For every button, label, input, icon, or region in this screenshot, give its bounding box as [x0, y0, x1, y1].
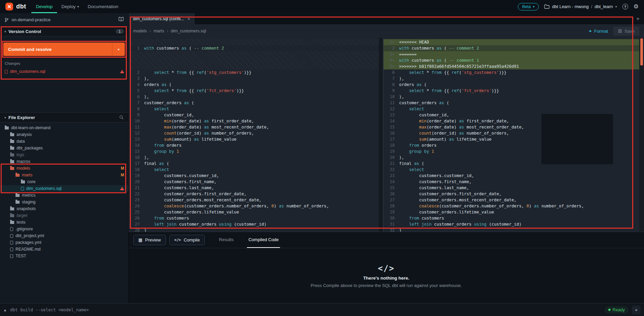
code-line[interactable]: 13 sum(amount) as lifetime_value	[129, 136, 379, 142]
tree-item-dbt-learn-on-demand[interactable]: dbt-learn-on-demand	[0, 124, 128, 131]
book-icon[interactable]	[118, 17, 124, 23]
branch-selector[interactable]: on-demand-practice	[0, 13, 128, 26]
code-line[interactable]: 5 select * from {{ ref('fct_orders')}}	[129, 88, 379, 94]
code-line[interactable]: 31 left join customer_orders using (cust…	[384, 221, 639, 227]
code-line[interactable]: 13 customer_id,	[384, 112, 639, 118]
command-input[interactable]: dbt build --select <model_name>	[10, 307, 89, 312]
code-line[interactable]: 21 customers.last_name,	[129, 185, 379, 191]
tree-item-tests[interactable]: tests	[0, 219, 128, 226]
code-line[interactable]: 32)	[384, 227, 639, 232]
code-line[interactable]: 29 customer_orders.lifetime_value	[384, 209, 639, 215]
save-button[interactable]: Save	[613, 27, 639, 36]
changed-file-row[interactable]: dim_customers.sql	[0, 68, 128, 75]
code-line[interactable]: 2with customers as ( -- comment 2	[384, 45, 639, 51]
compile-button[interactable]: </> Compile	[169, 235, 205, 245]
search-icon[interactable]	[119, 115, 124, 120]
diff-editor[interactable]: 1with customers as ( -- comment 22 selec…	[129, 38, 644, 232]
commit-and-resolve-button[interactable]: Commit and resolve ▾	[3, 42, 125, 56]
breadcrumb-item-marts[interactable]: marts	[153, 29, 164, 33]
history-panel-icon[interactable]: +	[632, 306, 641, 314]
preview-button[interactable]: ▦ Preview	[133, 235, 166, 245]
tree-item-macros[interactable]: macros	[0, 158, 128, 165]
tree-item-gitignore[interactable]: .gitignore	[0, 226, 128, 232]
tree-item-core[interactable]: core	[0, 178, 128, 185]
code-line[interactable]: 28)	[129, 227, 379, 232]
code-line[interactable]: 3),	[129, 76, 379, 82]
breadcrumb-item-dim-customers-sql[interactable]: dim_customers.sql	[171, 29, 206, 33]
code-line[interactable]: 3+=======	[384, 51, 639, 57]
code-line[interactable]: 8 select	[129, 106, 379, 112]
tree-item-readme-md[interactable]: README.md	[0, 246, 128, 253]
nav-item-documentation[interactable]: Documentation	[83, 0, 123, 13]
code-line[interactable]: 21final as (	[384, 161, 639, 167]
code-line[interactable]: 19 customers.customer_id,	[129, 173, 379, 179]
commit-dropdown-button[interactable]: ▾	[112, 42, 125, 56]
close-icon[interactable]: ×	[187, 16, 190, 22]
code-line[interactable]: 5+>>>>>>> b81f802a66fd544504c65721e3ffaa…	[384, 63, 639, 69]
code-line[interactable]: 9 customer_id,	[129, 112, 379, 118]
code-line[interactable]: 11customer_orders as (	[384, 100, 639, 106]
tab-dim-customers[interactable]: dim_customers.sql (confli... ×	[129, 13, 195, 24]
code-line[interactable]: 16 count(order_id) as number_of_orders,	[384, 130, 639, 136]
code-line[interactable]: 14 min(order_date) as first_order_date,	[384, 118, 639, 124]
code-line[interactable]: 16),	[129, 154, 379, 161]
beta-badge[interactable]: Beta ▾	[518, 3, 539, 10]
code-line[interactable]: 9 select * from {{ ref('fct_orders')}}	[384, 88, 639, 94]
tree-item-staging[interactable]: staging	[0, 199, 128, 205]
code-line[interactable]: 18 select	[129, 167, 379, 173]
code-line[interactable]: 1with customers as ( -- comment 2	[129, 45, 379, 51]
code-line[interactable]: 18 from orders	[384, 142, 639, 148]
code-line[interactable]: 8orders as (	[384, 82, 639, 88]
code-line[interactable]: 6 select * from {{ ref('stg_customers')}…	[384, 69, 639, 76]
code-line[interactable]: 11 max(order_date) as most_recent_order_…	[129, 124, 379, 130]
code-line[interactable]: 2 select * from {{ ref('stg_customers')}…	[129, 69, 379, 76]
code-line[interactable]: 12 count(order_id) as number_of_orders,	[129, 130, 379, 136]
nav-item-deploy[interactable]: Deploy▾	[57, 0, 83, 13]
code-line[interactable]: 25 customers.last_name,	[384, 185, 639, 191]
code-line[interactable]: 22 select	[384, 167, 639, 173]
code-line[interactable]: 20 customers.first_name,	[129, 179, 379, 185]
code-line[interactable]: 4+with customers as ( -- comment 1	[384, 57, 639, 63]
code-line[interactable]: 26 customer_orders.first_order_date,	[384, 191, 639, 197]
commit-button-label[interactable]: Commit and resolve	[3, 42, 112, 56]
code-line[interactable]: 15 group by 1	[129, 148, 379, 154]
code-line[interactable]: 4orders as (	[129, 82, 379, 88]
tree-item-target[interactable]: target	[0, 212, 128, 219]
code-line[interactable]: 6),	[129, 94, 379, 100]
code-line[interactable]: 10),	[384, 94, 639, 100]
code-line[interactable]: 20),	[384, 154, 639, 161]
left-pane-scrollbar[interactable]	[379, 38, 383, 232]
tree-item-snapshots[interactable]: snapshots	[0, 205, 128, 212]
editor-scrollbar[interactable]	[639, 38, 644, 232]
code-line[interactable]: 24 customers.first_name,	[384, 179, 639, 185]
code-line[interactable]: 30 from customers	[384, 215, 639, 221]
code-line[interactable]: 14 from orders	[129, 142, 379, 148]
tree-item-packages-yml[interactable]: packages.yml	[0, 239, 128, 246]
tab-compiled-code[interactable]: Compiled Code	[247, 232, 280, 248]
code-line[interactable]: 1+<<<<<<< HEAD	[384, 39, 639, 45]
tree-item-logs[interactable]: logs	[0, 151, 128, 158]
code-line[interactable]: 23 customers.customer_id,	[384, 173, 639, 179]
file-explorer-header[interactable]: ▾ File Explorer	[0, 112, 128, 122]
chevron-up-icon[interactable]: ▴	[4, 308, 6, 312]
nav-item-develop[interactable]: Develop	[31, 0, 57, 13]
code-line[interactable]: 23 customer_orders.most_recent_order_dat…	[129, 197, 379, 203]
diff-left-pane[interactable]: 1with customers as ( -- comment 22 selec…	[129, 38, 379, 232]
format-button[interactable]: ✦ Format	[588, 29, 608, 34]
code-line[interactable]: 25 customer_orders.lifetime_value	[129, 209, 379, 215]
new-tab-icon[interactable]: +	[632, 13, 644, 24]
gear-icon[interactable]: ⚙	[634, 3, 639, 10]
code-line[interactable]: 28 coalesce(customer_orders.number_of_or…	[384, 203, 639, 209]
code-line[interactable]: 10 min(order_date) as first_order_date,	[129, 118, 379, 124]
tree-item-metrics[interactable]: metrics	[0, 192, 128, 199]
tree-item-test[interactable]: TEST	[0, 253, 128, 259]
help-icon[interactable]: ?	[622, 4, 628, 9]
code-line[interactable]: 27 customer_orders.most_recent_order_dat…	[384, 197, 639, 203]
code-line[interactable]: 15 max(order_date) as most_recent_order_…	[384, 124, 639, 130]
tree-item-dbt-project-yml[interactable]: dbt_project.yml	[0, 232, 128, 239]
tab-results[interactable]: Results	[218, 232, 235, 248]
code-line[interactable]: 12 select	[384, 106, 639, 112]
breadcrumb-item-models[interactable]: models	[133, 29, 147, 33]
code-line[interactable]: 7),	[384, 76, 639, 82]
code-line[interactable]: 24 coalesce(customer_orders.number_of_or…	[129, 203, 379, 209]
